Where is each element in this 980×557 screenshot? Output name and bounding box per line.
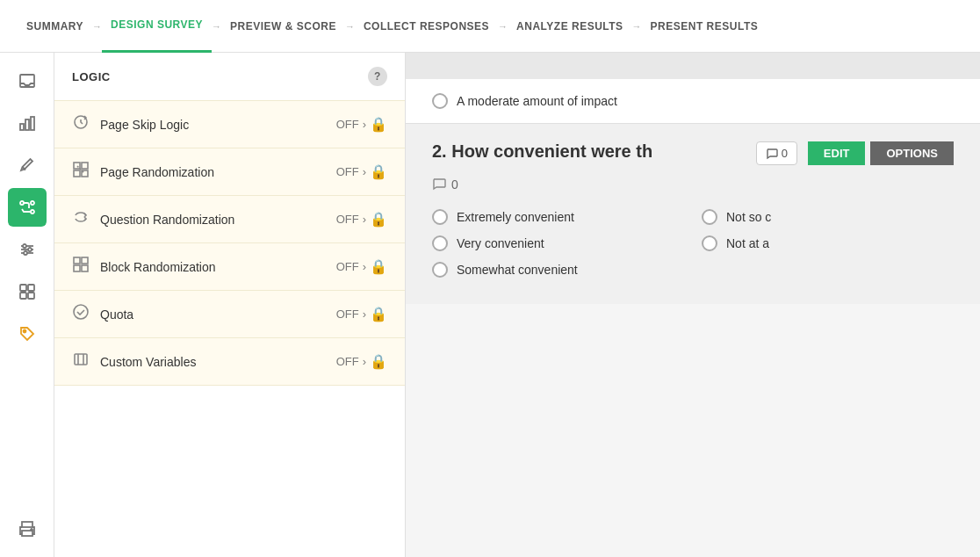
option-row-1: Extremely convenient	[432, 209, 684, 225]
question-rand-lock-icon: 🔒	[370, 211, 387, 228]
sidebar-icon-chart[interactable]	[8, 104, 47, 142]
svg-rect-28	[74, 265, 80, 271]
nav-summary[interactable]: SUMMARY	[18, 0, 92, 53]
option-radio-1[interactable]	[432, 209, 448, 225]
svg-point-30	[74, 305, 88, 319]
logic-panel: LOGIC ? Page Skip Logic OFF › 🔒	[54, 53, 406, 557]
svg-rect-14	[28, 285, 34, 291]
custom-vars-icon	[72, 351, 90, 373]
option-radio-3[interactable]	[432, 235, 448, 251]
svg-rect-18	[22, 522, 32, 527]
question-meta: 0	[432, 177, 954, 192]
sidebar-icon-adjust[interactable]	[8, 230, 47, 269]
svg-rect-13	[20, 285, 26, 291]
moderate-option-row: A moderate amount of impact	[432, 93, 954, 109]
nav-collect[interactable]: COLLECT RESPONSES	[355, 0, 498, 53]
svg-rect-29	[82, 265, 88, 271]
svg-rect-31	[75, 354, 87, 365]
moderate-option-text: A moderate amount of impact	[457, 94, 617, 108]
nav-design-survey[interactable]: DESIGN SURVEY	[102, 0, 212, 53]
svg-rect-27	[82, 257, 88, 264]
page-rand-label: Page Randomization	[100, 165, 326, 179]
nav-arrow-2: →	[212, 21, 221, 32]
icon-sidebar	[0, 53, 54, 557]
svg-rect-23	[74, 170, 80, 177]
question-2-header: 2. How convenient were th 0 EDIT OPTIONS	[432, 141, 954, 165]
option-row-3: Very convenient	[432, 235, 684, 251]
option-radio-4[interactable]	[702, 235, 717, 251]
moderate-radio[interactable]	[432, 93, 448, 109]
nav-present[interactable]: PRESENT RESULTS	[642, 0, 767, 53]
edit-button[interactable]: EDIT	[808, 141, 866, 165]
svg-point-5	[31, 201, 34, 205]
option-text-5: Somewhat convenient	[457, 263, 578, 277]
logic-item-block-rand[interactable]: Block Randomization OFF › 🔒	[54, 242, 405, 290]
quota-lock-icon: 🔒	[370, 306, 387, 322]
main-layout: LOGIC ? Page Skip Logic OFF › 🔒	[0, 53, 980, 557]
custom-vars-lock-icon: 🔒	[370, 353, 387, 370]
moderate-section: A moderate amount of impact	[406, 79, 980, 124]
sidebar-icon-tag[interactable]	[8, 315, 47, 353]
meta-comment-icon	[432, 177, 446, 192]
option-radio-2[interactable]	[702, 209, 717, 225]
custom-vars-status[interactable]: OFF › 🔒	[336, 353, 387, 370]
option-row-2: Not so c	[702, 209, 954, 225]
options-button[interactable]: OPTIONS	[870, 141, 954, 165]
logic-item-page-rand[interactable]: Page Randomization OFF › 🔒	[54, 148, 405, 195]
page-skip-status[interactable]: OFF › 🔒	[336, 116, 387, 133]
svg-point-17	[23, 330, 25, 333]
svg-point-4	[20, 201, 24, 205]
svg-point-6	[31, 210, 34, 213]
survey-content: A moderate amount of impact 2. How conve…	[406, 53, 980, 557]
quota-icon	[72, 303, 90, 325]
question-rand-status[interactable]: OFF › 🔒	[336, 211, 387, 228]
logic-help-button[interactable]: ?	[368, 67, 387, 86]
option-text-2: Not so c	[726, 210, 771, 224]
nav-preview[interactable]: PREVIEW & SCORE	[221, 0, 345, 53]
svg-point-11	[28, 248, 32, 251]
sidebar-icon-grid[interactable]	[8, 272, 47, 311]
option-text-3: Very convenient	[457, 236, 544, 250]
svg-point-10	[23, 244, 26, 248]
option-text-1: Extremely convenient	[457, 210, 574, 224]
question-2-title: 2. How convenient were th	[432, 141, 747, 162]
block-rand-status[interactable]: OFF › 🔒	[336, 258, 387, 275]
question-rand-label: Question Randomization	[100, 213, 326, 227]
question-rand-icon	[72, 208, 90, 230]
option-row-4: Not at a	[702, 235, 954, 251]
svg-rect-21	[74, 163, 80, 169]
comment-count-bubble[interactable]: 0	[756, 141, 797, 165]
nav-arrow-1: →	[92, 21, 102, 32]
sidebar-icon-logic[interactable]	[8, 188, 47, 227]
svg-rect-15	[20, 293, 26, 299]
top-navigation: SUMMARY → DESIGN SURVEY → PREVIEW & SCOR…	[0, 0, 980, 53]
block-rand-label: Block Randomization	[100, 260, 326, 274]
question-2-block: 2. How convenient were th 0 EDIT OPTIONS	[406, 124, 980, 304]
svg-rect-26	[74, 257, 80, 264]
logic-item-question-rand[interactable]: Question Randomization OFF › 🔒	[54, 195, 405, 242]
block-rand-icon	[72, 256, 90, 278]
nav-analyze[interactable]: ANALYZE RESULTS	[508, 0, 632, 53]
svg-point-20	[31, 529, 32, 531]
page-skip-icon	[72, 113, 90, 135]
logic-title: LOGIC	[72, 70, 111, 83]
svg-rect-19	[22, 531, 32, 536]
svg-line-25	[77, 166, 84, 173]
logic-header: LOGIC ?	[54, 53, 405, 100]
logic-item-quota[interactable]: Quota OFF › 🔒	[54, 290, 405, 337]
sidebar-icon-pencil[interactable]	[8, 146, 47, 184]
sidebar-icon-print[interactable]	[8, 510, 47, 548]
page-rand-lock-icon: 🔒	[370, 163, 387, 180]
comment-bubble-icon	[766, 148, 778, 160]
page-skip-label: Page Skip Logic	[100, 118, 326, 132]
option-row-5: Somewhat convenient	[432, 262, 684, 278]
nav-arrow-4: →	[498, 21, 508, 32]
logic-item-custom-vars[interactable]: Custom Variables OFF › 🔒	[54, 337, 405, 386]
option-radio-5[interactable]	[432, 262, 448, 278]
quota-status[interactable]: OFF › 🔒	[336, 306, 387, 322]
logic-item-page-skip[interactable]: Page Skip Logic OFF › 🔒	[54, 100, 405, 148]
svg-rect-16	[28, 293, 34, 299]
page-rand-status[interactable]: OFF › 🔒	[336, 163, 387, 180]
sidebar-icon-inbox[interactable]	[8, 61, 47, 100]
svg-rect-1	[20, 124, 24, 130]
